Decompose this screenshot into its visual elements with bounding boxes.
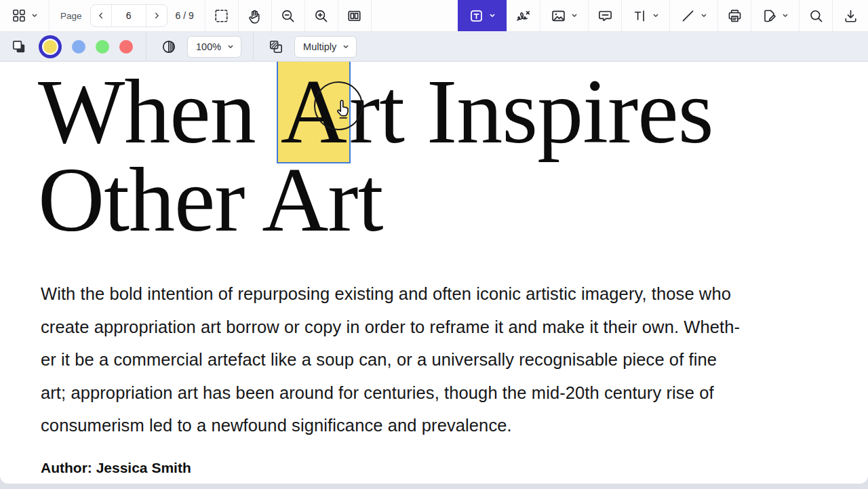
line-tool-button[interactable] [670,0,717,31]
copy-style-button[interactable] [8,36,30,58]
comment-tool-icon [597,8,613,24]
chevron-down-icon [701,12,707,19]
title-part1: When [38,62,278,162]
marquee-select-button[interactable] [205,0,238,31]
grid-icon [12,8,26,23]
toolbar-spacer [372,0,458,31]
annotation-properties-bar: 100% Multiply [0,32,868,62]
top-toolbar: Page 6 6 / 9 [0,0,868,32]
highlight-annotation[interactable]: A [278,62,349,162]
zoom-in-button[interactable] [305,0,338,31]
hand-tool-button[interactable] [239,0,271,31]
next-page-icon [153,12,161,20]
opacity-button[interactable] [158,36,180,58]
print-icon [727,8,743,24]
color-swatch-red[interactable] [119,40,133,54]
two-page-view-button[interactable] [338,0,371,31]
next-page-button[interactable] [146,5,167,26]
text-insert-tool-button[interactable] [622,0,669,31]
page-indicator: 6 / 9 [176,10,194,21]
blend-mode-select[interactable]: Multiply [294,36,357,58]
color-swatch-green[interactable] [96,40,109,54]
copy-style-icon [11,39,27,55]
chevron-down-icon [571,12,578,19]
chevron-down-icon [782,12,789,19]
title-line2: Other Art [38,149,382,250]
pages-panel-button[interactable] [0,0,49,31]
chevron-down-icon [227,43,234,50]
signature-tool-button[interactable] [507,0,540,31]
print-button[interactable] [718,0,751,31]
document-title: When Art InspiresOther Art [0,62,868,243]
search-button[interactable] [800,0,832,31]
color-swatch-yellow[interactable] [43,40,57,54]
download-icon [843,8,859,24]
line-tool-icon [680,8,696,24]
color-swatch-blue[interactable] [72,40,85,54]
zoom-in-icon [313,8,329,24]
hand-tool-icon [247,8,262,24]
page-edit-icon [762,8,777,24]
document-viewport: When Art InspiresOther Art With the bold… [0,62,868,489]
download-button[interactable] [833,0,868,31]
page-number-input[interactable]: 6 [111,5,146,26]
chevron-down-icon [342,43,349,50]
blend-mode-value: Multiply [303,41,336,52]
marquee-select-icon [214,8,229,24]
page-edit-button[interactable] [751,0,799,31]
image-tool-button[interactable] [540,0,588,31]
page-navigation: Page 6 6 / 9 [50,0,205,31]
zoom-out-button[interactable] [272,0,304,31]
body-paragraph: With the bold intention of repurposing e… [41,277,844,442]
author-line: Author: Jessica Smith [41,460,868,476]
zoom-out-icon [280,8,296,24]
search-icon [808,8,824,24]
pdf-page: When Art InspiresOther Art With the bold… [0,62,868,484]
blend-mode-button[interactable] [265,36,287,58]
prev-page-icon [97,12,105,20]
prev-page-button[interactable] [91,5,111,26]
image-tool-icon [551,8,566,24]
divider [146,32,146,62]
text-box-tool-button[interactable] [458,0,507,31]
title-part2: rt Inspires [349,62,713,162]
contrast-icon [161,39,177,55]
comment-tool-button[interactable] [589,0,621,31]
divider [253,32,254,62]
chevron-down-icon [31,12,38,19]
two-page-view-icon [347,8,362,24]
opacity-select[interactable]: 100% [187,36,241,58]
text-box-tool-icon [469,8,484,24]
chevron-down-icon [652,12,659,19]
page-stepper: 6 [90,4,167,27]
blend-mode-icon [268,39,284,55]
text-insert-icon [632,8,648,24]
opacity-value: 100% [196,41,221,52]
page-label: Page [60,11,82,21]
signature-icon [515,7,532,24]
chevron-down-icon [489,12,496,19]
